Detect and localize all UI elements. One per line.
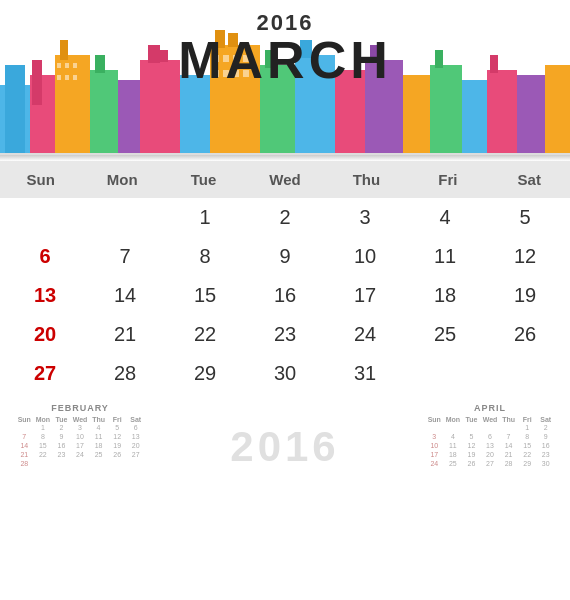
mini-cell: 30 [536, 459, 555, 468]
day-cell[interactable]: 21 [85, 315, 165, 354]
mini-day-header: Fri [518, 416, 537, 423]
day-cell: 0 [405, 354, 485, 393]
mini-cell: 24 [425, 459, 444, 468]
day-cell[interactable]: 14 [85, 276, 165, 315]
day-cell[interactable]: 15 [165, 276, 245, 315]
day-cell[interactable]: 26 [485, 315, 565, 354]
mini-cell: 21 [15, 450, 34, 459]
day-cell[interactable]: 27 [5, 354, 85, 393]
day-cell[interactable]: 13 [5, 276, 85, 315]
mini-cell: 4 [444, 432, 463, 441]
mini-cell: 26 [108, 450, 127, 459]
day-header-thu: Thu [326, 167, 407, 192]
day-cell[interactable]: 23 [245, 315, 325, 354]
mini-day-header: Sun [15, 416, 34, 423]
mini-cell: 12 [462, 441, 481, 450]
day-cell[interactable]: 28 [85, 354, 165, 393]
svg-rect-15 [73, 63, 77, 68]
mini-calendar-february: FEBRUARY SunMonTueWedThuFriSat 123456789… [15, 403, 145, 468]
day-cell[interactable]: 29 [165, 354, 245, 393]
mini-cell: 19 [108, 441, 127, 450]
day-cell[interactable]: 17 [325, 276, 405, 315]
day-cell: 0 [5, 198, 85, 237]
mini-cell: 25 [89, 450, 108, 459]
day-cell[interactable]: 12 [485, 237, 565, 276]
mini-cell: 5 [108, 423, 127, 432]
day-cell[interactable]: 31 [325, 354, 405, 393]
day-cell[interactable]: 5 [485, 198, 565, 237]
mini-cell: 18 [444, 450, 463, 459]
day-cell[interactable]: 22 [165, 315, 245, 354]
mini-cell [34, 459, 53, 468]
mini-cell: 2 [52, 423, 71, 432]
mini-cell [499, 423, 518, 432]
day-cell[interactable]: 11 [405, 237, 485, 276]
mini-day-header: Wed [71, 416, 90, 423]
day-cell[interactable]: 20 [5, 315, 85, 354]
mini-cell [71, 459, 90, 468]
day-cell[interactable]: 1 [165, 198, 245, 237]
svg-rect-1 [5, 65, 25, 155]
day-cell[interactable]: 18 [405, 276, 485, 315]
svg-rect-14 [65, 63, 69, 68]
mini-cell: 18 [89, 441, 108, 450]
day-cell[interactable]: 4 [405, 198, 485, 237]
svg-rect-42 [490, 55, 498, 73]
day-cell[interactable]: 2 [245, 198, 325, 237]
mini-cell: 6 [126, 423, 145, 432]
mini-cell: 19 [462, 450, 481, 459]
day-header-mon: Mon [81, 167, 162, 192]
day-cell: 0 [85, 198, 165, 237]
mini-cell: 20 [481, 450, 500, 459]
mini-cell [108, 459, 127, 468]
mini-cell: 15 [518, 441, 537, 450]
mini-feb-grid: 1234567891011121314151617181920212223242… [15, 423, 145, 468]
mini-cell: 28 [499, 459, 518, 468]
mini-cell: 8 [518, 432, 537, 441]
mini-cell: 26 [462, 459, 481, 468]
mini-cell: 24 [71, 450, 90, 459]
mini-cell: 16 [536, 441, 555, 450]
mini-day-header: Sat [536, 416, 555, 423]
day-cell: 0 [485, 354, 565, 393]
day-cell[interactable]: 7 [85, 237, 165, 276]
day-cell[interactable]: 16 [245, 276, 325, 315]
mini-cell: 17 [425, 450, 444, 459]
mini-cell: 3 [71, 423, 90, 432]
day-headers-row: SunMonTueWedThuFriSat [0, 161, 570, 198]
mini-cell: 1 [34, 423, 53, 432]
mini-cell: 8 [34, 432, 53, 441]
mini-cell: 13 [481, 441, 500, 450]
svg-rect-3 [32, 60, 42, 105]
mini-apr-title: APRIL [425, 403, 555, 413]
day-cell[interactable]: 8 [165, 237, 245, 276]
mini-cell: 15 [34, 441, 53, 450]
day-cell[interactable]: 24 [325, 315, 405, 354]
mini-day-header: Tue [52, 416, 71, 423]
day-cell[interactable]: 6 [5, 237, 85, 276]
mini-cell [481, 423, 500, 432]
svg-rect-43 [517, 75, 545, 155]
svg-rect-9 [140, 60, 180, 155]
day-cell[interactable]: 19 [485, 276, 565, 315]
day-cell[interactable]: 10 [325, 237, 405, 276]
mini-day-header: Mon [444, 416, 463, 423]
year-watermark: 2016 [145, 403, 425, 471]
mini-day-header: Thu [499, 416, 518, 423]
mini-cell: 11 [89, 432, 108, 441]
mini-cell: 6 [481, 432, 500, 441]
mini-cell: 14 [15, 441, 34, 450]
mini-apr-grid: 1234567891011121314151617181920212223242… [425, 423, 555, 468]
mini-calendar-april: APRIL SunMonTueWedThuFriSat 123456789101… [425, 403, 555, 468]
day-cell[interactable]: 30 [245, 354, 325, 393]
mini-day-header: Sun [425, 416, 444, 423]
svg-rect-37 [403, 75, 431, 155]
day-cell[interactable]: 3 [325, 198, 405, 237]
mini-cell: 7 [499, 432, 518, 441]
day-cell[interactable]: 25 [405, 315, 485, 354]
svg-rect-13 [57, 63, 61, 68]
svg-rect-16 [57, 75, 61, 80]
svg-rect-17 [65, 75, 69, 80]
day-cell[interactable]: 9 [245, 237, 325, 276]
mini-cell [52, 459, 71, 468]
